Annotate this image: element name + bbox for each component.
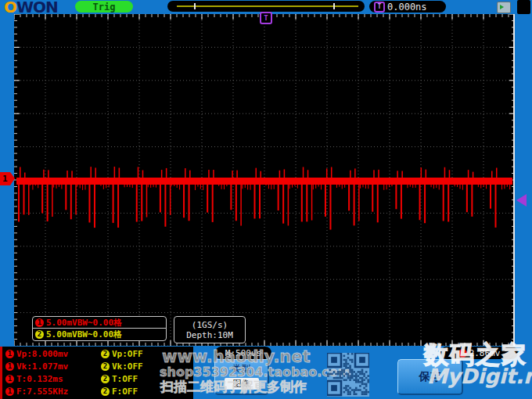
window-tick-left: [194, 3, 196, 9]
ch2-scale-box: 2 5.00mVBW~0.00格: [32, 328, 167, 341]
trigger-level-arrow[interactable]: [516, 194, 527, 207]
save-type-button[interactable]: 类型 图像: [214, 359, 269, 395]
save-button[interactable]: 保存: [397, 359, 463, 395]
trigger-t-icon: T: [374, 2, 385, 13]
acquisition-info-box: (1GS/s) Depth:10M: [174, 316, 246, 343]
ch2-badge-icon: 2: [101, 350, 110, 358]
oscilloscope-screen: OWON Trig T 0.000ns T 1 5.00mVBW~0.00格 2…: [0, 0, 532, 399]
ch1-badge-icon: 1: [5, 350, 14, 358]
ch2-meas-vk: 2Vk:OFF: [101, 361, 143, 372]
trigger-time-value: 0.000ns: [387, 2, 427, 13]
bottom-info-bar: 1Vp:8.000mv 1Vk:1.077mv 1T:0.132ms 1F:7.…: [0, 347, 532, 399]
ch2-badge-icon: 2: [101, 375, 110, 383]
save-type-label: 类型: [215, 362, 268, 376]
usb-device-icon: [497, 2, 511, 13]
memory-line: [177, 5, 358, 7]
qr-code-watermark: [327, 353, 369, 397]
trigger-level-value: 2.86mv: [469, 348, 501, 358]
ch1-meas-t: 1T:0.132ms: [5, 374, 63, 384]
ch2-badge-icon: 2: [101, 362, 110, 371]
ch1-badge-icon: 1: [35, 318, 44, 327]
ch2-meas-f: 2F:OFF: [101, 386, 138, 397]
ch1-badge-icon: 1: [458, 349, 467, 358]
trig-status-badge: Trig: [75, 1, 133, 13]
trigger-position-marker[interactable]: T: [260, 12, 272, 24]
ch1-badge-icon: 1: [5, 362, 14, 371]
ch2-scale-text: 5.00mVBW~0.00格: [46, 329, 122, 340]
ch1-meas-vk: 1Vk:1.077mv: [5, 361, 68, 372]
ch1-badge-icon: 1: [5, 387, 14, 396]
memory-depth: Depth:10M: [186, 330, 233, 340]
trigger-time-readout: T 0.000ns: [369, 1, 446, 13]
ch1-meas-f: 1F:7.555KHz: [5, 386, 68, 397]
ch2-badge-icon: 2: [35, 330, 44, 339]
battery-icon: [517, 0, 530, 14]
ch1-meas-vp: 1Vp:8.000mv: [5, 349, 68, 359]
trigger-level-readout: 1 2.86mv: [440, 347, 518, 359]
measurement-panel: 1Vp:8.000mv 1Vk:1.077mv 1T:0.132ms 1F:7.…: [0, 347, 193, 399]
save-type-value: 图像: [225, 378, 259, 390]
ch2-meas-t: 2T:OFF: [101, 374, 138, 384]
trigger-position-bar[interactable]: [167, 1, 365, 12]
window-tick-right: [333, 3, 335, 9]
ch1-scale-text: 5.00mVBW~0.00格: [46, 317, 122, 329]
sample-rate: (1GS/s): [192, 320, 228, 330]
waveform-display: T 1 5.00mVBW~0.00格 2 5.00mVBW~0.00格 (1GS…: [14, 14, 515, 346]
timebase-readout: M:500us: [215, 347, 271, 359]
ch1-badge-icon: 1: [5, 375, 14, 383]
ch1-position-marker[interactable]: 1: [0, 172, 15, 185]
channel1-waveform: [14, 14, 515, 346]
ch2-badge-icon: 2: [101, 387, 110, 396]
ch2-meas-vp: 2Vp:OFF: [101, 349, 143, 359]
